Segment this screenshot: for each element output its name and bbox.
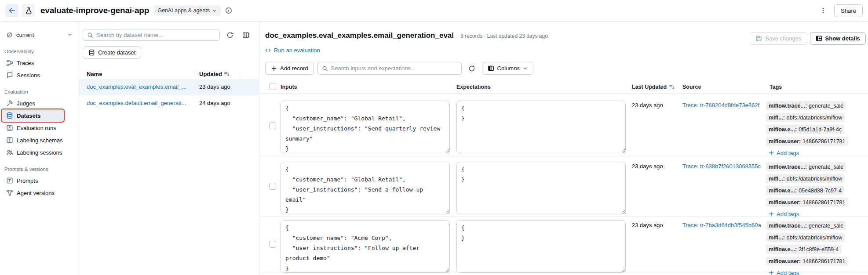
code-icon: [265, 47, 271, 53]
inputs-json-editor[interactable]: { "customer_name": "Global Retail", "use…: [281, 101, 450, 153]
expectations-column-header: Expectations: [456, 84, 491, 90]
experiment-version-selector[interactable]: current: [3, 29, 76, 41]
dataset-list-row-selected[interactable]: doc_examples.eval_examples.email_... 23 …: [79, 79, 259, 95]
tags-column-header: Tags: [770, 84, 782, 90]
version-icon: [6, 32, 13, 38]
sidebar-item-traces[interactable]: Traces: [2, 57, 64, 69]
dataset-name-link[interactable]: doc_examples.default.email_generati...: [87, 100, 186, 106]
sort-icon: [224, 71, 230, 77]
datasets-icon: [88, 49, 95, 56]
sidebar: current Observability Traces Sessions Ev…: [0, 22, 79, 275]
run-evaluation-link[interactable]: Run an evaluation: [265, 47, 320, 54]
back-button[interactable]: [5, 4, 18, 17]
dataset-updated: 24 days ago: [199, 100, 230, 106]
sidebar-item-evaluation-runs[interactable]: Evaluation runs: [2, 122, 64, 134]
labeling-sessions-icon: [6, 149, 13, 156]
name-column-header: Name: [87, 71, 102, 77]
expectations-json-editor[interactable]: { }: [456, 101, 626, 153]
row-checkbox[interactable]: [269, 122, 276, 129]
records-table-header: Inputs Expectations Last Updated Source …: [259, 83, 868, 94]
info-icon[interactable]: [225, 7, 232, 14]
refresh-icon: [468, 65, 475, 72]
add-record-button[interactable]: Add record: [265, 62, 314, 75]
dataset-list-panel: Create dataset Name Updated doc_examples…: [79, 22, 259, 275]
expectations-json-editor[interactable]: { }: [456, 220, 626, 273]
columns-icon: [242, 32, 249, 39]
sidebar-item-prompts[interactable]: Prompts: [2, 174, 64, 187]
record-row: { "customer_name": "Acme Corp", "user_in…: [259, 217, 868, 272]
records-search-input[interactable]: [331, 65, 457, 72]
share-button[interactable]: Share: [834, 4, 863, 17]
tag-pill[interactable]: mlflow.trace...:generate_sale: [766, 162, 846, 171]
tag-pill[interactable]: mlfl...:dbfs:/databricks/mlflow: [766, 174, 845, 183]
trace-source-link[interactable]: Trace: tr-768204d9fde73e862f: [682, 102, 759, 109]
chevron-down-icon: [523, 66, 528, 71]
tag-pill[interactable]: mlflow.e... :05e48d38-7c97-4: [766, 186, 844, 195]
sidebar-item-label: Labeling schemas: [17, 137, 63, 144]
tag-pill[interactable]: mlflow.user:14866286171781: [766, 137, 848, 146]
row-checkbox[interactable]: [269, 183, 276, 190]
datasets-icon: [6, 112, 13, 119]
plus-icon: [768, 211, 774, 217]
tag-pill[interactable]: mlfl...:dbfs:/databricks/mlflow: [766, 233, 845, 242]
page-title: evaluate-improve-genai-app: [40, 6, 149, 15]
add-tags-button[interactable]: Add tags: [768, 148, 799, 157]
top-header: evaluate-improve-genai-app GenAI apps & …: [0, 0, 868, 22]
dataset-refresh-button[interactable]: [224, 29, 236, 41]
dataset-columns-button[interactable]: [240, 29, 252, 41]
last-updated-column-header[interactable]: Last Updated: [632, 84, 675, 90]
chevron-down-icon: [67, 32, 73, 37]
main-actions: Save changes Show details: [750, 32, 866, 45]
dataset-search-input[interactable]: [96, 32, 215, 38]
dataset-search-box: [83, 29, 220, 41]
sidebar-item-label: Labeling sessions: [17, 149, 62, 156]
column-divider: [240, 71, 240, 78]
inputs-json-editor[interactable]: { "customer_name": "Acme Corp", "user_in…: [281, 220, 450, 273]
sort-icon: [669, 84, 675, 90]
tag-pill[interactable]: mlflow.trace...:generate_sale: [766, 101, 846, 110]
app-root: evaluate-improve-genai-app GenAI apps & …: [0, 0, 868, 275]
sidebar-item-datasets[interactable]: Datasets: [2, 109, 64, 122]
sessions-icon: [6, 72, 13, 79]
record-row: { "customer_name": "Global Retail", "use…: [259, 156, 868, 217]
tag-pill[interactable]: mlfl...:dbfs:/databricks/mlflow: [766, 113, 845, 122]
back-icon: [8, 7, 16, 14]
records-refresh-button[interactable]: [466, 63, 478, 74]
sidebar-item-label: Traces: [17, 60, 34, 66]
expectations-json-editor[interactable]: { }: [456, 162, 626, 214]
tag-pill[interactable]: mlflow.trace...:generate_sale: [766, 221, 846, 230]
inputs-json-editor[interactable]: { "customer_name": "Global Retail", "use…: [281, 162, 450, 214]
judges-icon: [6, 100, 13, 107]
create-dataset-button[interactable]: Create dataset: [83, 46, 141, 59]
save-changes-button[interactable]: Save changes: [750, 32, 807, 45]
app-type-dropdown[interactable]: GenAI apps & agents: [153, 5, 221, 16]
dataset-title-row: doc_examples.eval_examples.email_generat…: [265, 31, 548, 40]
create-dataset-label: Create dataset: [98, 49, 135, 56]
record-last-updated: 23 days ago: [632, 163, 663, 170]
updated-column-header[interactable]: Updated: [199, 71, 230, 77]
sidebar-item-labeling-schemas[interactable]: Labeling schemas: [2, 134, 64, 146]
row-checkbox[interactable]: [269, 241, 276, 248]
columns-dropdown-button[interactable]: Columns: [482, 62, 533, 75]
sidebar-item-sessions[interactable]: Sessions: [2, 69, 64, 81]
add-tags-button[interactable]: Add tags: [768, 268, 799, 275]
dataset-list-row[interactable]: doc_examples.default.email_generati... 2…: [79, 95, 259, 112]
tag-pill[interactable]: mlflow.user:14866286171781: [766, 198, 848, 207]
dataset-meta: 8 records · Last updated 23 days ago: [460, 33, 548, 39]
sidebar-item-labeling-sessions[interactable]: Labeling sessions: [2, 146, 64, 159]
dataset-name-link[interactable]: doc_examples.eval_examples.email_...: [87, 83, 186, 90]
kebab-icon: [820, 7, 827, 14]
record-tags: mlflow.trace...:generate_sale mlfl...:db…: [766, 162, 848, 218]
show-details-button[interactable]: Show details: [810, 32, 866, 45]
trace-source-link[interactable]: Trace: tr-638b7f26013068355c: [682, 163, 761, 170]
overflow-menu-button[interactable]: [817, 4, 830, 17]
tag-pill[interactable]: mlflow.user:14866286171781: [766, 257, 848, 266]
select-all-checkbox[interactable]: [269, 83, 276, 90]
experiment-icon: [22, 4, 35, 17]
sidebar-item-agent-versions[interactable]: Agent versions: [2, 187, 64, 199]
source-column-header: Source: [682, 84, 701, 90]
tag-pill[interactable]: mlflow.e... :0f5d1a1d-7a9f-4c: [766, 125, 844, 134]
sidebar-item-judges[interactable]: Judges: [2, 97, 64, 109]
trace-source-link[interactable]: Trace: tr-7ba3d64db3f545b60a: [682, 222, 761, 228]
tag-pill[interactable]: mlflow.e... :3f1c8f8e-e559-4: [766, 245, 841, 254]
